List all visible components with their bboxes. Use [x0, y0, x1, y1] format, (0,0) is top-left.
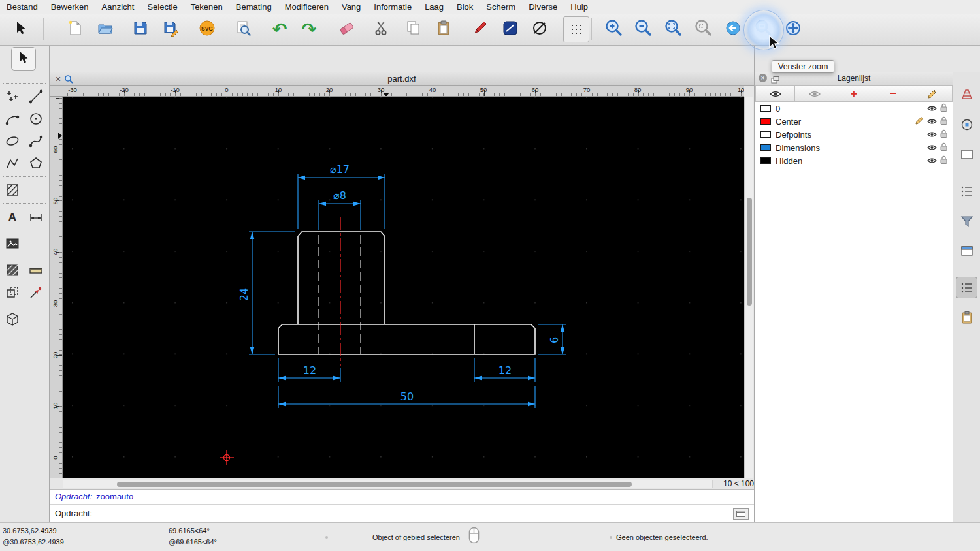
menu-tekenen[interactable]: Tekenen	[184, 0, 229, 14]
selection-tool-button[interactable]	[11, 47, 36, 71]
layer-list-toggle[interactable]	[956, 277, 977, 298]
view-list-toggle[interactable]	[956, 180, 977, 202]
layer-visible-icon[interactable]	[927, 143, 937, 153]
hatch-tool[interactable]	[1, 179, 24, 201]
grid-toggle-button[interactable]	[563, 16, 589, 42]
new-file-button[interactable]	[62, 16, 88, 42]
undo-button[interactable]: ↶	[267, 16, 293, 42]
layer-lock-icon[interactable]	[940, 142, 947, 153]
layer-row-hidden[interactable]: Hidden	[755, 154, 953, 167]
selection-filter-toggle[interactable]	[956, 210, 977, 232]
menu-laag[interactable]: Laag	[418, 0, 450, 14]
zoom-selection-button[interactable]	[690, 16, 716, 42]
delete-button[interactable]	[334, 16, 360, 42]
save-button[interactable]	[127, 16, 154, 42]
layer-lock-icon[interactable]	[940, 129, 947, 140]
layer-lock-icon[interactable]	[940, 155, 947, 166]
redo-button[interactable]: ↷	[296, 16, 322, 42]
menu-scherm[interactable]: Scherm	[480, 0, 522, 14]
auto-zoom-button[interactable]	[660, 16, 686, 42]
vertical-scroll-thumb[interactable]	[747, 198, 752, 306]
pan-button[interactable]	[780, 16, 806, 42]
menu-bewerken[interactable]: Bewerken	[44, 0, 95, 14]
measure-tool[interactable]	[24, 259, 48, 281]
solid-hatch-tool[interactable]	[1, 259, 24, 281]
text-tool[interactable]: A	[1, 206, 24, 228]
image-tool[interactable]	[1, 232, 24, 255]
menu-hulp[interactable]: Hulp	[564, 0, 595, 14]
vertical-scrollbar[interactable]	[744, 97, 753, 478]
document-tab-title[interactable]: part.dxf	[50, 72, 754, 85]
ellipse-tool[interactable]	[1, 130, 24, 152]
panel-close-icon[interactable]: ×	[759, 74, 767, 82]
layer-visible-icon[interactable]	[927, 117, 937, 127]
points-tool[interactable]	[1, 86, 24, 108]
menu-blok[interactable]: Blok	[450, 0, 480, 14]
property-editor-toggle[interactable]	[956, 84, 977, 105]
dimension-tool[interactable]	[24, 206, 48, 228]
polyline-tool[interactable]	[1, 152, 24, 174]
command-panel-toggle[interactable]	[956, 240, 977, 262]
spline-tool[interactable]	[24, 130, 48, 152]
menu-bestand[interactable]: Bestand	[0, 0, 44, 14]
layer-visible-icon[interactable]	[927, 130, 937, 140]
statusbar: 30.6753,62.4939 @30.6753,62.4939 69.6165…	[0, 522, 980, 551]
cut-button[interactable]	[368, 16, 395, 42]
horizontal-scroll-row: 10 < 100	[50, 479, 754, 489]
panel-float-icon[interactable]	[771, 74, 779, 86]
null-circle-button[interactable]	[527, 16, 553, 42]
menu-diverse[interactable]: Diverse	[522, 0, 564, 14]
previous-view-button[interactable]	[720, 16, 746, 42]
menu-bemating[interactable]: Bemating	[229, 0, 278, 14]
horizontal-scrollbar[interactable]	[63, 480, 713, 488]
menu-informatie[interactable]: Informatie	[367, 0, 418, 14]
layer-lock-icon[interactable]	[940, 103, 947, 114]
svg-export-button[interactable]: SVG	[194, 16, 220, 42]
shape-tool[interactable]	[24, 152, 48, 174]
layer-row-0[interactable]: 0	[755, 102, 953, 115]
line-tool[interactable]	[24, 86, 48, 108]
open-file-button[interactable]	[92, 16, 118, 42]
command-expand-button[interactable]	[733, 508, 749, 520]
menu-vang[interactable]: Vang	[335, 0, 367, 14]
layer-lock-icon[interactable]	[940, 116, 947, 127]
hide-all-layers-button[interactable]	[795, 86, 834, 102]
selection-info-toggle[interactable]	[956, 114, 977, 135]
add-layer-button[interactable]: +	[834, 86, 874, 102]
snap-tool[interactable]	[24, 281, 48, 304]
edit-layer-button[interactable]	[913, 86, 953, 102]
zoom-out-button[interactable]	[630, 16, 656, 42]
window-zoom-button[interactable]	[750, 16, 776, 42]
remove-layer-button[interactable]: −	[874, 86, 913, 102]
zoom-in-button[interactable]	[600, 16, 627, 42]
layer-visible-icon[interactable]	[927, 104, 937, 114]
layer-visible-icon[interactable]	[927, 156, 937, 166]
line-style-button[interactable]	[497, 16, 523, 42]
layer-row-dimensions[interactable]: Dimensions	[755, 141, 953, 154]
command-input[interactable]	[96, 508, 733, 519]
drawing-canvas[interactable]: ⌀17 ⌀8 24 6 12 12 50	[63, 97, 744, 478]
show-all-layers-button[interactable]	[755, 86, 795, 102]
layer-name: Dimensions	[776, 143, 927, 153]
save-as-button[interactable]	[158, 16, 184, 42]
pen-button[interactable]	[466, 16, 493, 42]
layer-row-defpoints[interactable]: Defpoints	[755, 128, 953, 141]
menu-aanzicht[interactable]: Aanzicht	[95, 0, 141, 14]
horizontal-scroll-thumb[interactable]	[117, 482, 632, 487]
copy-button[interactable]	[400, 16, 427, 42]
block-tool[interactable]	[1, 308, 24, 330]
arc-tool[interactable]	[1, 108, 24, 130]
circle-tool[interactable]	[24, 108, 48, 130]
left-tool-area: A	[0, 46, 49, 522]
layer-panel: × Lagenlijst + − 0 Center	[755, 72, 953, 522]
paste-button[interactable]	[431, 16, 457, 42]
block-list-toggle[interactable]	[956, 144, 977, 165]
select-tool-button[interactable]	[8, 16, 34, 42]
clipboard-panel-toggle[interactable]	[956, 307, 977, 328]
modify-tool[interactable]	[1, 281, 24, 304]
layer-row-center[interactable]: Center	[755, 115, 953, 128]
menu-selectie[interactable]: Selectie	[140, 0, 184, 14]
menu-modificeren[interactable]: Modificeren	[278, 0, 335, 14]
print-preview-button[interactable]	[230, 16, 256, 42]
cursor-arrow-icon	[17, 50, 30, 67]
